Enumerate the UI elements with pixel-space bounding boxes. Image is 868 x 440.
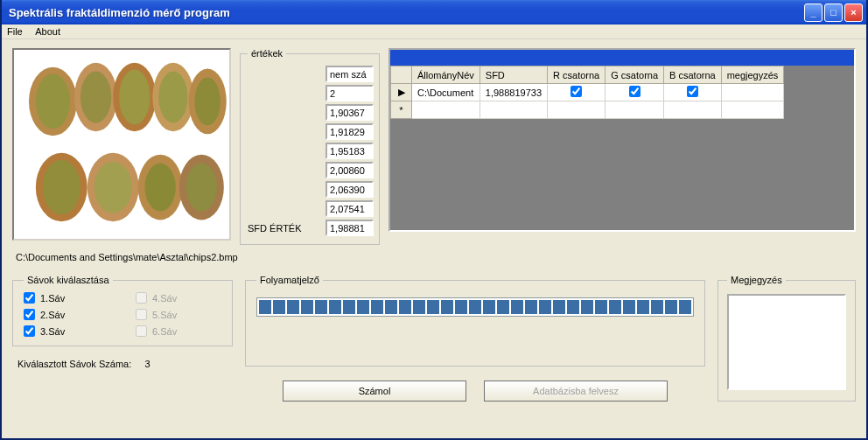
progress-group: Folyamatjelző [245,275,705,367]
values-legend: értékek [248,48,286,59]
note-group: Megjegyzés [718,275,856,402]
svg-point-2 [36,73,70,129]
new-row-indicator: * [391,101,412,119]
selected-count-row: Kiválasztott Sávok Száma: 3 [18,359,228,369]
cell-megj[interactable] [721,84,784,101]
progress-segment [343,300,355,314]
col-r[interactable]: R csatorna [548,66,606,84]
band-2[interactable]: 2.Sáv [24,309,109,320]
cell-filenev[interactable]: C:\Document [412,84,480,101]
col-sfd[interactable]: SFD [480,66,547,84]
value-box-8[interactable] [326,220,374,236]
progress-segment [455,300,467,314]
band-5: 5.Sáv [136,309,221,320]
value-box-4[interactable] [326,143,374,159]
value-box-0[interactable] [326,66,374,82]
progress-segment [567,300,579,314]
image-preview [12,48,231,241]
table-row[interactable]: ▶ C:\Document 1,988819733 [391,84,784,101]
progress-segment [371,300,383,314]
progress-segment [413,300,425,314]
value-box-5[interactable] [326,162,374,178]
progress-segment [679,300,691,314]
values-group: értékek SFD ÉRTÉK [240,48,380,245]
band-2-label: 2.Sáv [40,310,65,320]
progress-segment [329,300,341,314]
value-box-1[interactable] [326,85,374,101]
window-buttons: _ □ × [804,3,863,22]
progress-segment [539,300,551,314]
add-to-db-button[interactable]: Adatbázisba felvesz [484,381,668,402]
bands-legend: Sávok kiválasztása [24,275,113,285]
close-button[interactable]: × [844,3,863,22]
progress-segment [525,300,537,314]
progress-segment [301,300,313,314]
col-megj[interactable]: megjegyzés [721,66,784,84]
band-3[interactable]: 3.Sáv [24,325,109,337]
menu-about[interactable]: About [35,26,60,37]
progress-segment [637,300,649,314]
calculate-button[interactable]: Számol [283,381,466,402]
sfd-label: SFD ÉRTÉK [248,223,320,234]
cell-r[interactable] [548,84,606,101]
band-3-checkbox[interactable] [24,325,35,337]
band-1-checkbox[interactable] [24,292,35,304]
b-checkbox[interactable] [687,86,698,97]
note-legend: Megjegyzés [727,275,786,285]
cell-b[interactable] [664,84,722,101]
band-6: 6.Sáv [136,325,221,337]
r-checkbox[interactable] [570,86,582,97]
svg-point-8 [158,72,187,123]
bands-group: Sávok kiválasztása 1.Sáv4.Sáv2.Sáv5.Sáv3… [12,275,233,346]
selected-count-value: 3 [145,359,150,369]
progress-segment [623,300,635,314]
value-box-6[interactable] [326,181,374,198]
progress-legend: Folyamatjelző [256,275,323,285]
band-4: 4.Sáv [136,292,221,304]
note-textarea[interactable] [727,294,846,390]
g-checkbox[interactable] [629,86,640,97]
value-box-7[interactable] [326,200,374,217]
cell-sfd[interactable]: 1,988819733 [480,84,547,101]
col-b[interactable]: B csatorna [664,66,722,84]
grid-corner [391,66,412,84]
col-allomanynev[interactable]: ÁllományNév [412,66,480,84]
svg-point-14 [94,162,132,213]
progress-segment [427,300,439,314]
band-6-label: 6.Sáv [152,326,177,337]
svg-point-6 [119,70,150,125]
value-box-3[interactable] [326,123,374,140]
data-grid[interactable]: ÁllományNév SFD R csatorna G csatorna B … [388,48,856,232]
progress-segment [511,300,523,314]
band-4-label: 4.Sáv [152,293,177,304]
minimize-button[interactable]: _ [804,3,822,22]
band-4-checkbox [136,292,147,304]
progress-segment [273,300,285,314]
window-title: Spektrális fraktáldimenzió mérő program [9,6,804,19]
grid-titlebar [390,50,854,66]
grid-header-row: ÁllományNév SFD R csatorna G csatorna B … [391,66,784,84]
progress-segment [595,300,607,314]
cell-g[interactable] [606,84,664,101]
progress-segment [651,300,663,314]
maximize-button[interactable]: □ [824,3,843,22]
table-new-row[interactable]: * [391,101,784,119]
client-area: értékek SFD ÉRTÉK ÁllományNév SFD R csat… [2,39,866,410]
band-1-label: 1.Sáv [40,293,65,304]
progress-segment [553,300,565,314]
progress-segment [315,300,327,314]
titlebar: Spektrális fraktáldimenzió mérő program … [2,0,866,24]
progress-segment [259,300,271,314]
grid-table: ÁllományNév SFD R csatorna G csatorna B … [390,66,784,119]
band-3-label: 3.Sáv [40,326,65,337]
file-path: C:\Documents and Settings\mate\Asztal\ch… [16,252,852,262]
menu-file[interactable]: File [7,26,23,37]
progress-segment [385,300,397,314]
selected-count-label: Kiválasztott Sávok Száma: [18,359,131,369]
band-1[interactable]: 1.Sáv [24,292,109,304]
band-2-checkbox[interactable] [24,309,35,320]
progress-segment [581,300,593,314]
col-g[interactable]: G csatorna [606,66,664,84]
value-box-2[interactable] [326,104,374,121]
row-indicator: ▶ [391,84,412,101]
